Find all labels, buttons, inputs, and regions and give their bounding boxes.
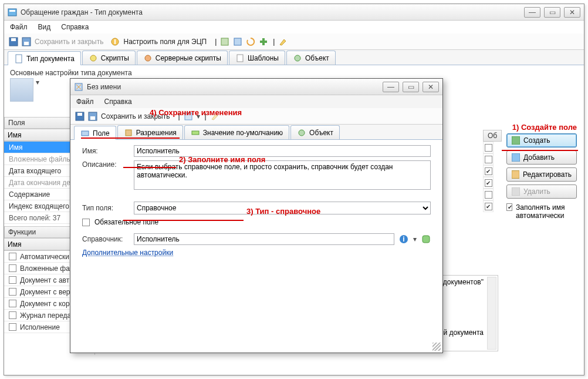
- svg-rect-25: [90, 116, 95, 120]
- configure-icon[interactable]: [110, 37, 120, 46]
- plus-icon[interactable]: [259, 37, 268, 46]
- app-icon: [8, 8, 17, 17]
- svg-rect-12: [16, 55, 22, 63]
- object-icon: [297, 128, 306, 137]
- col-ob[interactable]: Об: [483, 130, 502, 142]
- field-icon: [80, 129, 90, 138]
- main-titlebar: Обращение граждан - Тип документа — ▭ ✕: [4, 4, 584, 21]
- menu-file[interactable]: Файл: [10, 23, 28, 31]
- menu-view[interactable]: Вид: [38, 23, 51, 31]
- required-checkbox[interactable]: [82, 219, 90, 226]
- svg-rect-23: [77, 113, 82, 116]
- svg-rect-29: [192, 131, 199, 135]
- tab-scripts[interactable]: Скрипты: [82, 51, 136, 65]
- template-icon: [235, 53, 245, 63]
- right-panel: Создать Добавить Редактировать Удалить З…: [502, 117, 584, 355]
- highlight-icon[interactable]: [210, 112, 219, 121]
- dialog-menu-file[interactable]: Файл: [76, 98, 94, 106]
- svg-rect-11: [260, 41, 267, 43]
- svg-rect-17: [512, 136, 520, 145]
- window-icon[interactable]: [233, 37, 242, 46]
- auto-name-checkbox[interactable]: [506, 203, 512, 211]
- page-icon: [14, 54, 23, 63]
- dialog-save-close-label[interactable]: Сохранить и закрыть: [101, 112, 170, 120]
- save-icon[interactable]: [9, 37, 18, 46]
- main-tabstrip: Тип документа Скрипты Серверные скрипты …: [4, 50, 584, 65]
- svg-point-14: [145, 55, 151, 61]
- add-reference-icon[interactable]: [421, 234, 431, 244]
- svg-rect-19: [512, 170, 519, 178]
- menu-help[interactable]: Справка: [61, 23, 89, 31]
- minimize-button[interactable]: —: [524, 7, 540, 18]
- save-close-icon[interactable]: [88, 112, 97, 121]
- dialog-titlebar: Без имени — ▭ ✕: [70, 79, 442, 95]
- resize-grip[interactable]: [432, 343, 441, 351]
- svg-rect-27: [82, 131, 89, 136]
- dialog-tab-default[interactable]: Значение по-умолчанию: [184, 125, 289, 139]
- svg-rect-0: [8, 9, 16, 16]
- dialog-minimize-button[interactable]: —: [383, 82, 399, 92]
- section-title: Основные настройки типа документа: [4, 65, 584, 78]
- svg-text:i: i: [403, 235, 404, 243]
- svg-point-16: [295, 55, 300, 61]
- svg-rect-7: [114, 39, 116, 44]
- save-close-icon[interactable]: [22, 37, 31, 46]
- dialog-icon: [74, 82, 83, 92]
- svg-rect-18: [512, 153, 520, 162]
- svg-rect-3: [11, 38, 16, 41]
- tab-templates-label: Шаблоны: [248, 54, 279, 62]
- object-icon: [293, 53, 302, 63]
- main-toolbar: Сохранить и закрыть Настроить поля для Э…: [4, 33, 584, 50]
- form-icon[interactable]: [220, 37, 229, 46]
- tab-scripts-label: Скрипты: [101, 54, 129, 62]
- document-type-icon[interactable]: [10, 78, 33, 102]
- dialog-label-required: Обязательное поле: [94, 218, 158, 226]
- field-name-input[interactable]: [134, 145, 431, 157]
- field-dialog: Без имени — ▭ ✕ Файл Справка Сохранить и…: [70, 78, 443, 353]
- svg-rect-33: [423, 236, 430, 243]
- refresh-icon[interactable]: [246, 37, 255, 46]
- tab-object-label: Объект: [305, 54, 329, 62]
- add-button[interactable]: Добавить: [506, 150, 577, 165]
- info-icon[interactable]: i: [399, 234, 408, 244]
- dialog-tab-field[interactable]: Поле: [74, 126, 116, 140]
- dialog-label-type: Тип поля:: [82, 204, 129, 212]
- save-close-label[interactable]: Сохранить и закрыть: [35, 38, 103, 46]
- create-button[interactable]: Создать: [506, 133, 577, 147]
- main-menubar: Файл Вид Справка: [4, 21, 584, 33]
- delete-icon: [512, 187, 520, 196]
- configure-ecp-label[interactable]: Настроить поля для ЭЦП: [123, 38, 207, 46]
- tab-doc-type[interactable]: Тип документа: [8, 51, 81, 65]
- dialog-tab-permissions[interactable]: Разрешения: [117, 125, 183, 139]
- close-button[interactable]: ✕: [564, 7, 580, 18]
- more-settings-link[interactable]: Дополнительные настройки: [82, 249, 173, 257]
- maximize-button[interactable]: ▭: [544, 7, 560, 18]
- delete-button[interactable]: Удалить: [506, 185, 577, 199]
- dialog-close-button[interactable]: ✕: [423, 82, 439, 92]
- dialog-tab-object[interactable]: Объект: [290, 125, 340, 139]
- tab-doc-type-label: Тип документа: [26, 55, 75, 63]
- tab-object[interactable]: Объект: [286, 51, 336, 65]
- highlight-icon[interactable]: [278, 37, 288, 46]
- default-value-icon: [191, 128, 200, 137]
- tab-templates[interactable]: Шаблоны: [229, 51, 285, 65]
- dropdown-icon[interactable]: [184, 112, 193, 121]
- permissions-icon: [124, 128, 133, 137]
- svg-rect-5: [24, 42, 29, 45]
- tab-server-scripts[interactable]: Серверные скрипты: [137, 51, 228, 65]
- scrollbar[interactable]: [487, 277, 496, 350]
- reference-input[interactable]: [134, 233, 394, 245]
- svg-point-13: [90, 55, 96, 61]
- svg-rect-9: [234, 38, 241, 45]
- edit-icon: [512, 170, 519, 179]
- save-icon[interactable]: [75, 112, 85, 121]
- dialog-body: Имя: Описание: Если выбрать справочное п…: [70, 140, 442, 353]
- field-type-select[interactable]: Справочное: [134, 202, 431, 214]
- field-description-input[interactable]: Если выбрать справочное поле, и просто с…: [134, 160, 431, 190]
- dialog-label-description: Описание:: [82, 160, 129, 169]
- auto-name-label: Заполнять имя автоматически: [516, 203, 579, 220]
- dialog-maximize-button[interactable]: ▭: [403, 82, 419, 92]
- edit-button[interactable]: Редактировать: [506, 167, 577, 182]
- dialog-menu-help[interactable]: Справка: [104, 98, 132, 106]
- svg-rect-15: [237, 55, 243, 62]
